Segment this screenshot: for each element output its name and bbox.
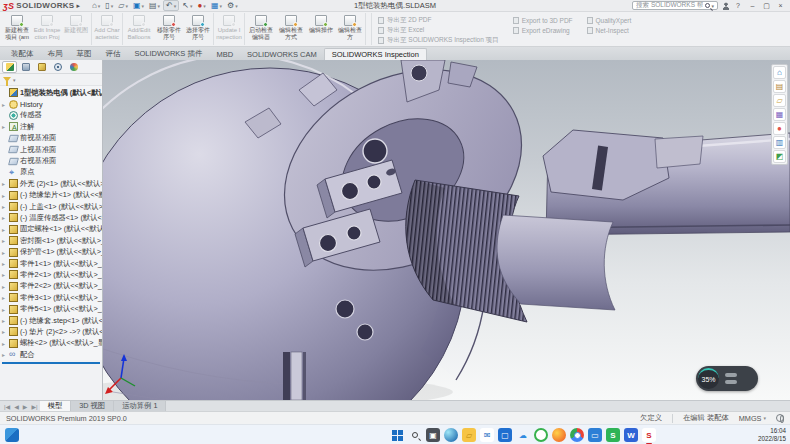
panel-tab[interactable] — [2, 61, 17, 73]
toolbar-expand-icon[interactable]: ▸ — [76, 2, 80, 10]
feature-tree-item[interactable]: ▸ 零件5<1> (默认<<默认>_显示状态 — [0, 303, 102, 314]
feature-tree-item[interactable]: ▸ 零件2<2> (默认<<默认>_显示状态 — [0, 281, 102, 292]
quick-access-button[interactable]: ▤ ▾ — [147, 0, 162, 11]
ribbon-button[interactable]: Add/Edit Balloons — [124, 13, 154, 45]
export-menu-item[interactable]: 导出至 2D PDF — [378, 15, 499, 25]
taskpane-tab[interactable]: ⌂ — [773, 66, 786, 79]
expand-arrow-icon[interactable]: ▸ — [2, 260, 9, 267]
taskpane-tab[interactable]: ◩ — [773, 150, 786, 163]
next-tab-arrow-icon[interactable]: ▶ — [21, 401, 30, 411]
export-menu-item[interactable]: Export to 3D PDF — [513, 15, 573, 25]
taskbar-app[interactable]: ☁ — [516, 428, 530, 442]
feature-tree-item[interactable]: ▸ 螺栓<2> (默认<<默认>_显示状态 — [0, 338, 102, 349]
feature-tree-item[interactable]: ▸ 配合 — [0, 349, 102, 360]
feature-tree-item[interactable]: ▸ (-) 上盖<1> (默认<<默认>_显示状 — [0, 201, 102, 212]
quick-access-button[interactable]: ▦ ▾ — [209, 0, 224, 11]
feature-tree-item[interactable]: ▸ (-) 绝缘套.step<1> (默认<<默认> — [0, 315, 102, 326]
close-button[interactable]: × — [774, 2, 787, 10]
panel-tab[interactable] — [66, 61, 81, 73]
taskpane-tab[interactable]: ▱ — [773, 94, 786, 107]
help-search-box[interactable]: 搜索 SOLIDWORKS 帮助 ▾ — [632, 1, 718, 10]
taskbar-app[interactable]: ✉ — [480, 428, 494, 442]
taskbar-app[interactable] — [570, 428, 584, 442]
expand-arrow-icon[interactable]: ▸ — [2, 306, 9, 313]
ribbon-button[interactable]: 选择零件序号 — [184, 13, 214, 45]
ribbon-button[interactable]: 新建视图 — [62, 13, 92, 45]
expand-arrow-icon[interactable]: ▸ — [2, 283, 9, 290]
expand-arrow-icon[interactable]: ▸ — [2, 340, 9, 347]
help-button[interactable]: ? — [734, 2, 742, 9]
taskbar-app[interactable]: ▢ — [498, 428, 512, 442]
quick-access-button[interactable]: ▣ ▾ — [131, 0, 146, 11]
expand-arrow-icon[interactable]: ▸ — [2, 214, 9, 221]
export-menu-item[interactable]: 导出至 SOLIDWORKS Inspection 项目 — [378, 35, 499, 45]
feature-tree-item[interactable]: ▸ (-) 温度传感器<1> (默认<<默认>_ — [0, 212, 102, 223]
expand-arrow-icon[interactable]: ▸ — [2, 180, 9, 187]
first-tab-arrow-icon[interactable]: |◀ — [2, 401, 12, 411]
feature-tree-item[interactable]: ▸ 注解 — [0, 121, 102, 132]
ribbon-button[interactable]: Update Inspection Project — [215, 13, 245, 45]
ribbon-button[interactable]: Add Characteristic — [93, 13, 123, 45]
document-tab[interactable]: 模型 — [40, 401, 72, 411]
ribbon-button[interactable]: 编辑操作 — [306, 13, 336, 45]
document-tab[interactable]: 运动算例 1 — [114, 401, 166, 411]
feature-tree-item[interactable]: ▸ 右视基准面 — [0, 155, 102, 166]
3dexperience-globe-icon[interactable] — [776, 414, 784, 422]
minimize-button[interactable]: – — [746, 2, 759, 10]
feature-tree-item[interactable]: ▸ 零件2<1> (默认<<默认>_显示状态 — [0, 269, 102, 280]
widgets-icon[interactable] — [5, 428, 19, 442]
ribbon-button[interactable]: 编辑检查方 — [336, 13, 366, 45]
taskbar-app[interactable] — [552, 428, 566, 442]
command-tab[interactable]: 评估 — [99, 48, 128, 60]
taskbar-app[interactable]: ▣ — [426, 428, 440, 442]
taskbar-app[interactable]: S — [606, 428, 620, 442]
quick-access-button[interactable]: ⌂ ▾ — [90, 0, 102, 11]
expand-arrow-icon[interactable]: ▸ — [2, 351, 9, 358]
panel-tab[interactable] — [18, 61, 33, 73]
command-tab[interactable]: SOLIDWORKS CAM — [240, 49, 324, 60]
taskpane-tab[interactable]: ▤ — [773, 80, 786, 93]
panel-tab[interactable] — [34, 61, 49, 73]
feature-tree-item[interactable]: ▸ 零件3<1> (默认<<默认>_显示状态 — [0, 292, 102, 303]
command-tab[interactable]: SOLIDWORKS Inspection — [324, 48, 427, 60]
export-menu-item[interactable]: 导出至 Excel — [378, 25, 499, 35]
feature-tree-item[interactable]: ▸ 1型铠装热电偶 (默认<默认_显示状态-1 — [0, 87, 102, 98]
taskbar-app[interactable] — [390, 428, 404, 442]
taskpane-tab[interactable]: ▦ — [773, 108, 786, 121]
expand-arrow-icon[interactable]: ▸ — [2, 101, 9, 108]
export-menu-item[interactable]: QualityXpert — [587, 15, 632, 25]
expand-arrow-icon[interactable]: ▸ — [2, 237, 9, 244]
feature-tree-item[interactable]: ▸ (-) 绝缘垫片<1> (默认<<默认>_显 — [0, 190, 102, 201]
expand-arrow-icon[interactable]: ▸ — [2, 203, 9, 210]
taskbar-clock[interactable]: 16:04 2022/8/15 — [758, 427, 786, 443]
quick-access-button[interactable]: ↖ ▾ — [180, 0, 194, 11]
expand-arrow-icon[interactable]: ▸ — [2, 192, 9, 199]
expand-arrow-icon[interactable]: ▸ — [2, 328, 9, 335]
panel-tab[interactable] — [50, 61, 65, 73]
export-menu-item[interactable]: Export eDrawing — [513, 25, 573, 35]
expand-arrow-icon[interactable]: ▸ — [2, 317, 9, 324]
quick-access-button[interactable]: ▱ ▾ — [116, 0, 130, 11]
taskbar-app[interactable] — [408, 428, 422, 442]
document-tab[interactable]: 3D 视图 — [71, 401, 114, 411]
feature-tree-item[interactable]: ▸ 固定螺栓<1> (默认<<默认>_显示状 — [0, 224, 102, 235]
expand-arrow-icon[interactable]: ▸ — [2, 294, 9, 301]
ribbon-button[interactable]: 编辑检查方式 — [276, 13, 306, 45]
search-dropdown-icon[interactable]: ▾ — [712, 3, 715, 9]
ribbon-button[interactable]: 新建检查项目 (amp.对) — [2, 13, 32, 45]
last-tab-arrow-icon[interactable]: ▶| — [29, 401, 39, 411]
command-tab[interactable]: 装配体 — [4, 48, 41, 60]
command-tab[interactable]: 草图 — [70, 48, 99, 60]
feature-tree-item[interactable]: ▸ 原点 — [0, 167, 102, 178]
quick-access-button[interactable]: ↶ ▾ — [163, 0, 179, 11]
assembly-3d-model[interactable] — [103, 60, 790, 400]
indicator-toggle-icon[interactable] — [725, 373, 737, 377]
quick-access-button[interactable]: ⚙ ▾ — [225, 0, 240, 11]
feature-tree-item[interactable]: ▸ 外壳 (2)<1> (默认<<默认>_显示状 — [0, 178, 102, 189]
feature-tree-item[interactable]: ▸ 零件1<1> (默认<<默认>_显示状态 — [0, 258, 102, 269]
feature-tree-item[interactable]: ▸ 传感器 — [0, 110, 102, 121]
feature-tree-item[interactable]: ▸ 密封圈<1> (默认<<默认>_显示状 — [0, 235, 102, 246]
taskbar-app[interactable]: S — [642, 428, 656, 442]
units-selector[interactable]: MMGS ▾ — [739, 414, 766, 423]
expand-arrow-icon[interactable]: ▸ — [2, 249, 9, 256]
